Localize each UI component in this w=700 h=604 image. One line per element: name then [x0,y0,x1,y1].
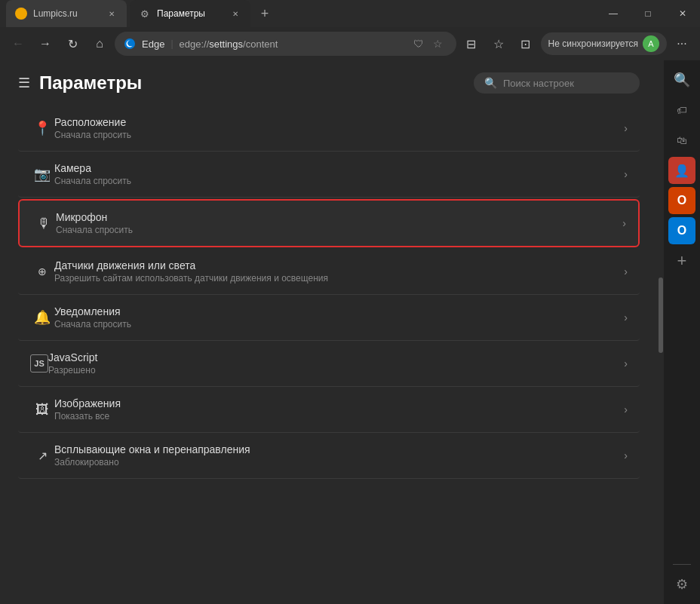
close-button[interactable]: ✕ [665,0,700,27]
item-title-microphone: Микрофон [56,211,622,223]
sidebar-office-button[interactable]: O [668,187,695,214]
forward-button[interactable]: → [33,32,57,56]
titlebar: Lumpics.ru ✕ ⚙ Параметры ✕ + — □ ✕ [0,0,700,27]
edge-logo-icon [124,38,136,50]
sidebar-search-button[interactable]: 🔍 [668,66,695,94]
sidebar-outlook-button[interactable]: O [668,217,695,244]
sync-label: Не синхронизируется [548,38,638,49]
search-input[interactable] [503,78,629,89]
right-sidebar: 🔍 🏷 🛍 👤 O O + ⚙ [664,60,700,604]
item-subtitle-notifications: Сначала спросить [54,319,624,330]
item-title-camera: Камера [54,162,624,174]
more-button[interactable]: ··· [670,32,694,56]
chevron-location: › [624,122,628,134]
settings-item-javascript[interactable]: JS JavaScript Разрешено › [18,341,640,387]
settings-title-area: ☰ Параметры [18,72,142,94]
item-subtitle-motion: Разрешить сайтам использовать датчики дв… [54,273,624,284]
item-subtitle-microphone: Сначала спросить [56,225,622,235]
svg-point-0 [124,38,135,49]
address-separator: | [170,38,173,49]
settings-item-camera[interactable]: 📷 Камера Сначала спросить › [18,152,640,198]
camera-icon: 📷 [30,166,54,182]
tab-close-lumpics[interactable]: ✕ [106,8,118,20]
item-content-microphone: Микрофон Сначала спросить [56,211,622,235]
back-button[interactable]: ← [6,32,30,56]
microphone-icon: 🎙 [32,216,56,231]
collections-button[interactable]: ⊟ [459,32,484,56]
tab-favicon-lumpics [15,8,27,20]
sidebar-collections-button[interactable]: 🏷 [668,97,695,124]
images-icon: 🖼 [30,402,54,418]
chevron-popups: › [624,449,628,461]
address-url: edge://settings/content [180,38,278,50]
popups-icon: ↗ [30,449,54,463]
new-tab-button[interactable]: + [253,2,276,25]
item-subtitle-camera: Сначала спросить [54,176,624,186]
refresh-button[interactable]: ↻ [60,32,84,56]
nav-right: ⊟ ☆ ⊡ Не синхронизируется A ··· [459,32,694,56]
javascript-icon: JS [30,354,48,373]
location-icon: 📍 [30,120,54,136]
tab-close-settings[interactable]: ✕ [229,8,241,20]
settings-item-images[interactable]: 🖼 Изображения Показать все › [18,387,640,433]
item-title-images: Изображения [54,397,624,409]
chevron-motion: › [624,265,628,277]
item-subtitle-images: Показать все [54,411,624,422]
navbar: ← → ↻ ⌂ Edge | edge://settings/content 🛡… [0,27,700,60]
tab-strip: Lumpics.ru ✕ ⚙ Параметры ✕ + [0,0,596,27]
tab-settings[interactable]: ⚙ Параметры ✕ [130,0,250,27]
address-actions: 🛡 ☆ [410,35,447,53]
item-subtitle-javascript: Разрешено [48,365,624,376]
item-title-javascript: JavaScript [48,351,624,363]
scrollbar-thumb[interactable] [659,277,663,353]
downloads-button[interactable]: ⊡ [514,32,538,56]
sidebar-shopping-button[interactable]: 🛍 [668,127,695,154]
tab-label-settings: Параметры [157,8,223,19]
menu-icon[interactable]: ☰ [18,75,30,91]
sidebar-divider [673,564,691,565]
settings-header: ☰ Параметры 🔍 [0,60,658,106]
motion-icon: ⊕ [30,265,54,277]
item-content-javascript: JavaScript Разрешено [48,351,624,376]
item-title-notifications: Уведомления [54,305,624,317]
favorites-button[interactable]: ☆ [487,32,511,56]
settings-item-motion[interactable]: ⊕ Датчики движения или света Разрешить с… [18,249,640,295]
settings-list: 📍 Расположение Сначала спросить › 📷 Каме… [0,106,658,604]
tab-lumpics[interactable]: Lumpics.ru ✕ [6,0,127,27]
item-content-camera: Камера Сначала спросить [54,162,624,186]
sidebar-settings-button[interactable]: ⚙ [668,571,695,598]
search-box[interactable]: 🔍 [474,72,640,94]
chevron-camera: › [624,168,628,180]
home-button[interactable]: ⌂ [88,32,112,56]
settings-item-notifications[interactable]: 🔔 Уведомления Сначала спросить › [18,295,640,341]
address-shield-icon[interactable]: 🛡 [410,35,428,53]
item-content-popups: Всплывающие окна и перенаправления Забло… [54,443,624,468]
item-title-location: Расположение [54,116,624,128]
edge-logo [124,38,136,50]
item-content-motion: Датчики движения или света Разрешить сай… [54,259,624,284]
settings-area: ☰ Параметры 🔍 📍 Расположение Сначала спр… [0,60,658,604]
address-bar[interactable]: Edge | edge://settings/content 🛡 ☆ [115,32,456,56]
address-star-icon[interactable]: ☆ [429,35,447,53]
settings-item-popups[interactable]: ↗ Всплывающие окна и перенаправления Заб… [18,433,640,479]
item-title-popups: Всплывающие окна и перенаправления [54,443,624,455]
settings-tab-icon: ⚙ [139,8,151,20]
minimize-button[interactable]: — [596,0,631,27]
sidebar-add-button[interactable]: + [668,247,695,274]
settings-item-microphone[interactable]: 🎙 Микрофон Сначала спросить › [18,199,640,247]
scrollbar-track[interactable] [658,60,664,604]
item-content-location: Расположение Сначала спросить [54,116,624,140]
sync-avatar: A [643,35,659,52]
window-controls: — □ ✕ [596,0,700,27]
item-content-images: Изображения Показать все [54,397,624,422]
item-subtitle-location: Сначала спросить [54,130,624,140]
tab-label-lumpics: Lumpics.ru [33,8,100,19]
settings-item-location[interactable]: 📍 Расположение Сначала спросить › [18,106,640,152]
maximize-button[interactable]: □ [631,0,665,27]
chevron-microphone: › [622,217,626,229]
sync-button[interactable]: Не синхронизируется A [541,32,667,55]
sidebar-person-button[interactable]: 👤 [668,157,695,184]
item-subtitle-popups: Заблокировано [54,457,624,468]
page-title: Параметры [39,72,142,94]
address-edge-label: Edge [142,38,164,50]
